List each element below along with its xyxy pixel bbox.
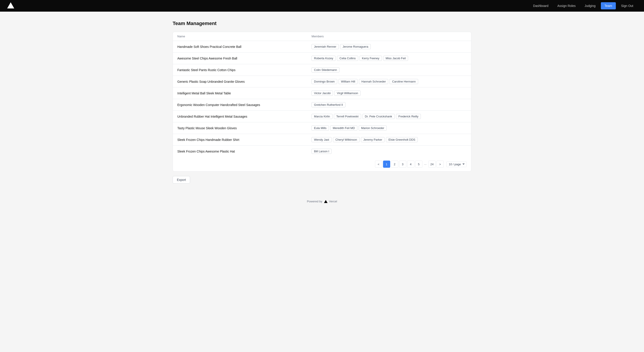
team-name-cell: Handmade Soft Shoes Practical Concrete B… xyxy=(173,41,307,52)
vercel-icon xyxy=(324,200,328,203)
page-title: Team Management xyxy=(173,20,471,26)
team-name-cell: Ergonomic Wooden Computer Handcrafted St… xyxy=(173,99,307,111)
table-row: Sleek Frozen Chips Awesome Plastic HatBi… xyxy=(173,146,471,157)
team-name-cell: Sleek Frozen Chips Handmade Rubber Shirt xyxy=(173,134,307,146)
member-badge: Victor Jacobi xyxy=(312,90,333,96)
member-badge: Roberta Kozey xyxy=(312,56,336,61)
nav-sign-out[interactable]: Sign Out xyxy=(618,2,637,10)
members-list: Domingo BrownWilliam HillHannah Schroede… xyxy=(312,79,467,84)
team-name-cell: Generic Plastic Soap Unbranded Granite G… xyxy=(173,76,307,88)
table-body: Handmade Soft Shoes Practical Concrete B… xyxy=(173,41,471,157)
member-badge: Meredith Feil MD xyxy=(330,126,357,130)
member-badge: Virgil Williamson xyxy=(334,90,360,96)
pagination-page-5[interactable]: 5 xyxy=(415,160,422,168)
team-members-cell: Roberta KozeyCelia CollinsKerry FeeneyMi… xyxy=(307,52,471,64)
table-row: Tasty Plastic Mouse Sleek Wooden GlovesE… xyxy=(173,122,471,134)
pagination-prev[interactable]: < xyxy=(375,160,382,168)
member-badge: William Hill xyxy=(338,79,358,84)
member-badge: Celia Collins xyxy=(337,56,358,61)
pagination: < 1 2 3 4 5 ··· 24 > 10 / page 20 / page… xyxy=(173,157,471,171)
team-members-cell: Bill Larson I xyxy=(307,146,471,157)
table-row: Awesome Steel Chips Awesome Fresh BallRo… xyxy=(173,52,471,64)
team-members-cell: Eula MillsMeredith Feil MDMarion Schroed… xyxy=(307,122,471,134)
member-badge: Miss Jacob Feil xyxy=(383,56,408,61)
members-list: Bill Larson I xyxy=(312,149,467,154)
members-list: Colin Stiedemann xyxy=(312,67,467,72)
table-row: Handmade Soft Shoes Practical Concrete B… xyxy=(173,41,471,52)
per-page-select[interactable]: 10 / page 20 / page 50 / page xyxy=(446,162,467,167)
member-badge: Kerry Feeney xyxy=(360,56,382,61)
footer-brand-name: Vercel xyxy=(329,200,337,203)
member-badge: Elsie Greenholt DDS xyxy=(386,137,418,142)
team-name-cell: Awesome Steel Chips Awesome Fresh Ball xyxy=(173,52,307,64)
member-badge: Cheryl Wilkinson xyxy=(333,137,360,142)
members-list: Jeremiah RennerJerome Romaguera xyxy=(312,44,467,49)
team-name-cell: Tasty Plastic Mouse Sleek Wooden Gloves xyxy=(173,122,307,134)
table-row: Unbranded Rubber Hat Intelligent Metal S… xyxy=(173,111,471,122)
member-badge: Bill Larson I xyxy=(312,149,332,154)
member-badge: Terrell Powlowski xyxy=(334,114,361,119)
pagination-page-1[interactable]: 1 xyxy=(383,160,390,168)
member-badge: Wendy Jast xyxy=(312,137,332,142)
members-list: Marcia KirlinTerrell PowlowskiDr. Pete C… xyxy=(312,114,467,119)
member-badge: Jeremy Parker xyxy=(361,137,385,142)
table-row: Ergonomic Wooden Computer Handcrafted St… xyxy=(173,99,471,111)
col-header-members: Members xyxy=(307,32,471,41)
team-name-cell: Intelligent Metal Ball Sleek Metal Table xyxy=(173,88,307,99)
pagination-page-3[interactable]: 3 xyxy=(399,160,406,168)
member-badge: Jeremiah Renner xyxy=(312,44,339,49)
nav-judging[interactable]: Judging xyxy=(581,2,599,10)
team-name-cell: Sleek Frozen Chips Awesome Plastic Hat xyxy=(173,146,307,157)
table-row: Intelligent Metal Ball Sleek Metal Table… xyxy=(173,88,471,99)
team-members-cell: Gretchen Rutherford II xyxy=(307,99,471,111)
col-header-name: Name xyxy=(173,32,307,41)
member-badge: Marcia Kirlin xyxy=(312,114,332,119)
pagination-page-last[interactable]: 24 xyxy=(428,160,436,168)
member-badge: Marion Schroeder xyxy=(359,126,386,130)
table-row: Generic Plastic Soap Unbranded Granite G… xyxy=(173,76,471,88)
pagination-ellipsis: ··· xyxy=(423,162,428,166)
export-button[interactable]: Export xyxy=(173,176,190,184)
member-badge: Frederick Reilly xyxy=(396,114,421,119)
members-list: Victor JacobiVirgil Williamson xyxy=(312,90,467,96)
nav-dashboard[interactable]: Dashboard xyxy=(530,2,552,10)
member-badge: Dr. Pete Cruickshank xyxy=(362,114,395,119)
table-header: Name Members xyxy=(173,32,471,41)
table-row: Fantastic Steel Pants Rustic Cotton Chip… xyxy=(173,64,471,76)
member-badge: Colin Stiedemann xyxy=(312,67,340,72)
team-name-cell: Unbranded Rubber Hat Intelligent Metal S… xyxy=(173,111,307,122)
members-list: Roberta KozeyCelia CollinsKerry FeeneyMi… xyxy=(312,56,467,61)
pagination-page-4[interactable]: 4 xyxy=(407,160,414,168)
navbar: Dashboard Assign Roles Judging Team Sign… xyxy=(0,0,644,12)
pagination-page-2[interactable]: 2 xyxy=(391,160,398,168)
team-members-cell: Colin Stiedemann xyxy=(307,64,471,76)
members-list: Eula MillsMeredith Feil MDMarion Schroed… xyxy=(312,126,467,130)
footer-powered-by: Powered by xyxy=(307,200,322,203)
team-members-cell: Domingo BrownWilliam HillHannah Schroede… xyxy=(307,76,471,88)
table-row: Sleek Frozen Chips Handmade Rubber Shirt… xyxy=(173,134,471,146)
member-badge: Hannah Schroeder xyxy=(359,79,388,84)
member-badge: Caroline Hermann xyxy=(390,79,418,84)
members-list: Gretchen Rutherford II xyxy=(312,102,467,107)
main-content: Team Management Name Members Handmade So… xyxy=(166,12,478,192)
team-table: Name Members Handmade Soft Shoes Practic… xyxy=(173,32,471,157)
team-members-cell: Victor JacobiVirgil Williamson xyxy=(307,88,471,99)
member-badge: Eula Mills xyxy=(312,126,329,130)
nav-team[interactable]: Team xyxy=(601,2,616,10)
member-badge: Jerome Romaguera xyxy=(340,44,371,49)
team-name-cell: Fantastic Steel Pants Rustic Cotton Chip… xyxy=(173,64,307,76)
members-list: Wendy JastCheryl WilkinsonJeremy ParkerE… xyxy=(312,137,467,142)
team-members-cell: Marcia KirlinTerrell PowlowskiDr. Pete C… xyxy=(307,111,471,122)
team-table-container: Name Members Handmade Soft Shoes Practic… xyxy=(173,32,471,172)
team-members-cell: Jeremiah RennerJerome Romaguera xyxy=(307,41,471,52)
member-badge: Domingo Brown xyxy=(312,79,337,84)
member-badge: Gretchen Rutherford II xyxy=(312,102,345,107)
footer-vercel-brand: Vercel xyxy=(324,200,337,203)
logo[interactable] xyxy=(7,2,14,10)
footer: Powered by Vercel xyxy=(0,192,644,210)
nav-assign-roles[interactable]: Assign Roles xyxy=(554,2,580,10)
team-members-cell: Wendy JastCheryl WilkinsonJeremy ParkerE… xyxy=(307,134,471,146)
pagination-next[interactable]: > xyxy=(436,160,444,168)
